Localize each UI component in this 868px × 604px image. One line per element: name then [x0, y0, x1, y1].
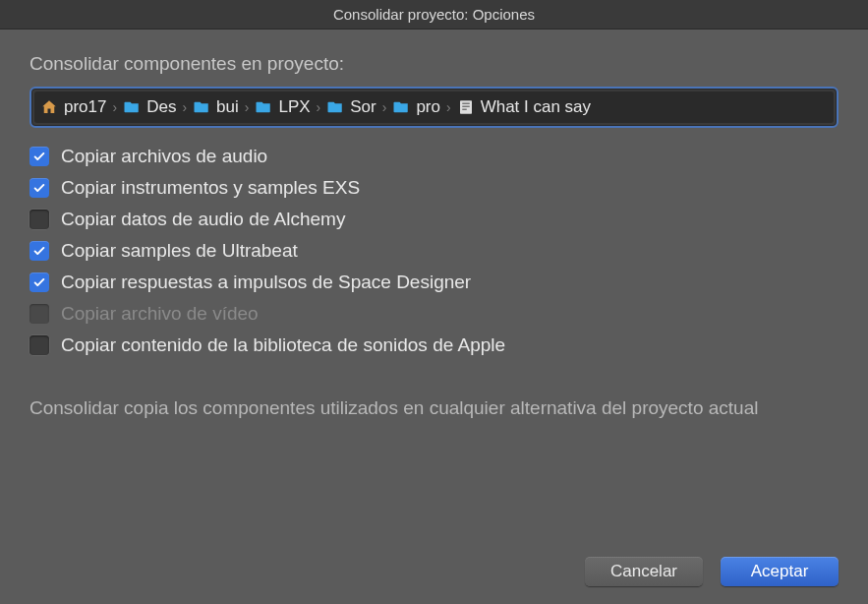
cancel-button[interactable]: Cancelar — [585, 557, 703, 586]
option-label: Copiar instrumentos y samples EXS — [61, 177, 360, 199]
home-icon — [40, 98, 58, 116]
ok-button-label: Aceptar — [751, 562, 809, 581]
section-label: Consolidar componentes en proyecto: — [29, 53, 839, 75]
option-row: Copiar archivo de vídeo — [29, 303, 839, 325]
path-control[interactable]: pro17›Des›bui›LPX›Sor›pro›What I can say — [29, 87, 839, 128]
svg-rect-3 — [462, 109, 467, 111]
breadcrumb-item-label: bui — [216, 97, 239, 117]
option-row[interactable]: Copiar datos de audio de Alchemy — [29, 209, 839, 230]
option-row[interactable]: Copiar samples de Ultrabeat — [29, 240, 839, 262]
option-row[interactable]: Copiar respuestas a impulsos de Space De… — [29, 272, 839, 293]
option-label: Copiar samples de Ultrabeat — [61, 240, 298, 262]
option-label: Copiar respuestas a impulsos de Space De… — [61, 272, 471, 293]
breadcrumb: pro17›Des›bui›LPX›Sor›pro›What I can say — [34, 91, 834, 123]
breadcrumb-item[interactable]: bui — [191, 97, 241, 117]
window-title: Consolidar proyecto: Opciones — [333, 6, 535, 23]
button-row: Cancelar Aceptar — [29, 557, 839, 586]
checkbox[interactable] — [29, 335, 49, 355]
chevron-right-icon: › — [446, 99, 451, 115]
footer-description: Consolidar copia los componentes utiliza… — [29, 395, 839, 421]
breadcrumb-item-label: Sor — [350, 97, 376, 117]
breadcrumb-item[interactable]: Des — [121, 97, 178, 117]
option-label: Copiar contenido de la biblioteca de son… — [61, 334, 505, 356]
option-label: Copiar archivos de audio — [61, 146, 267, 167]
options-list: Copiar archivos de audioCopiar instrumen… — [29, 146, 839, 356]
chevron-right-icon: › — [317, 99, 321, 115]
project-icon — [457, 98, 475, 116]
checkbox[interactable] — [29, 241, 49, 261]
dialog-content: Consolidar componentes en proyecto: pro1… — [0, 30, 868, 604]
option-row[interactable]: Copiar instrumentos y samples EXS — [29, 177, 839, 199]
option-label: Copiar datos de audio de Alchemy — [61, 209, 345, 230]
option-row[interactable]: Copiar contenido de la biblioteca de son… — [29, 334, 839, 356]
folder-icon — [193, 98, 210, 116]
ok-button[interactable]: Aceptar — [721, 557, 839, 586]
breadcrumb-item-label: pro — [416, 97, 440, 117]
breadcrumb-item-label: What I can say — [481, 97, 591, 117]
folder-icon — [255, 98, 272, 116]
folder-icon — [392, 98, 410, 116]
folder-icon — [326, 98, 344, 116]
checkbox[interactable] — [29, 178, 49, 198]
chevron-right-icon: › — [245, 99, 250, 115]
breadcrumb-item[interactable]: pro17 — [38, 97, 108, 117]
breadcrumb-item[interactable]: Sor — [324, 97, 377, 117]
option-row[interactable]: Copiar archivos de audio — [29, 146, 839, 167]
chevron-right-icon: › — [182, 99, 187, 115]
dialog-window: Consolidar proyecto: Opciones Consolidar… — [0, 0, 868, 604]
checkbox — [29, 304, 49, 324]
checkbox[interactable] — [29, 272, 49, 292]
breadcrumb-item-label: Des — [146, 97, 176, 117]
breadcrumb-item-label: LPX — [278, 97, 310, 117]
checkbox[interactable] — [29, 147, 49, 166]
svg-rect-1 — [462, 103, 470, 105]
folder-icon — [123, 98, 141, 116]
chevron-right-icon: › — [382, 99, 387, 115]
chevron-right-icon: › — [112, 99, 117, 115]
svg-rect-2 — [462, 106, 470, 108]
titlebar: Consolidar proyecto: Opciones — [0, 0, 868, 30]
breadcrumb-item-label: pro17 — [64, 97, 106, 117]
cancel-button-label: Cancelar — [610, 562, 677, 581]
checkbox[interactable] — [29, 210, 49, 229]
breadcrumb-item[interactable]: LPX — [253, 97, 312, 117]
breadcrumb-item[interactable]: What I can say — [455, 97, 593, 117]
option-label: Copiar archivo de vídeo — [61, 303, 259, 325]
breadcrumb-item[interactable]: pro — [390, 97, 442, 117]
